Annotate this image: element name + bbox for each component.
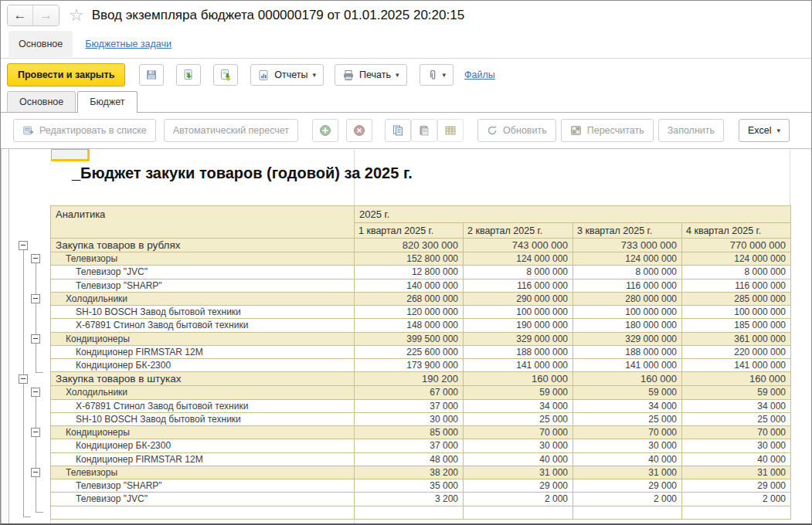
value-cell[interactable]: 59 000 bbox=[464, 386, 573, 399]
value-cell[interactable]: 29 000 bbox=[464, 479, 573, 493]
excel-button[interactable]: Excel ▾ bbox=[739, 119, 790, 142]
analytics-cell[interactable]: Телевизор "SHARP" bbox=[51, 279, 355, 292]
value-cell[interactable]: 85 000 bbox=[355, 426, 464, 439]
analytics-cell[interactable]: Телевизор "JVC" bbox=[51, 493, 355, 506]
value-cell[interactable]: 25 000 bbox=[682, 412, 791, 425]
value-cell[interactable]: 280 000 000 bbox=[573, 292, 682, 305]
value-cell[interactable]: 285 000 000 bbox=[682, 292, 791, 305]
value-cell[interactable]: 12 800 000 bbox=[355, 266, 464, 279]
year-header-cell[interactable]: 2025 г. bbox=[355, 206, 791, 223]
value-cell[interactable]: 141 000 000 bbox=[464, 359, 573, 372]
selected-cell[interactable] bbox=[51, 149, 90, 161]
value-cell[interactable]: 185 000 000 bbox=[682, 319, 791, 332]
empty-cell[interactable] bbox=[355, 506, 464, 519]
quarter-header-cell[interactable]: 4 квартал 2025 г. bbox=[682, 223, 791, 239]
recalculate-button[interactable]: Пересчитать bbox=[561, 119, 654, 142]
refresh-button[interactable]: Обновить bbox=[477, 119, 556, 142]
value-cell[interactable]: 70 000 bbox=[464, 426, 573, 439]
value-cell[interactable]: 34 000 bbox=[573, 399, 682, 412]
value-cell[interactable]: 70 000 bbox=[682, 426, 791, 439]
add-row-button[interactable] bbox=[312, 119, 338, 142]
value-cell[interactable]: 35 000 bbox=[355, 479, 464, 493]
save-button[interactable] bbox=[139, 64, 164, 86]
edit-in-list-button[interactable]: Редактировать в списке bbox=[13, 119, 156, 142]
value-cell[interactable]: 30 000 bbox=[573, 439, 682, 452]
post-and-update-button[interactable] bbox=[213, 64, 238, 86]
empty-cell[interactable] bbox=[682, 506, 791, 519]
value-cell[interactable]: 399 500 000 bbox=[355, 332, 464, 345]
analytics-header-cell[interactable]: Аналитика bbox=[51, 206, 355, 239]
analytics-cell[interactable]: Холодильники bbox=[51, 292, 355, 305]
value-cell[interactable]: 8 000 000 bbox=[464, 266, 573, 279]
value-cell[interactable]: 100 000 000 bbox=[682, 306, 791, 319]
value-cell[interactable]: 29 000 bbox=[573, 479, 682, 493]
favorite-star-icon[interactable]: ☆ bbox=[69, 5, 84, 25]
analytics-cell[interactable]: SH-10 BOSCH Завод бытовой техники bbox=[51, 412, 355, 425]
value-cell[interactable]: 116 000 000 bbox=[464, 279, 573, 292]
value-cell[interactable]: 40 000 bbox=[573, 452, 682, 466]
analytics-cell[interactable]: Кондиционер FIRMSTAR 12М bbox=[51, 452, 355, 466]
value-cell[interactable]: 25 000 bbox=[464, 412, 573, 425]
value-cell[interactable]: 34 000 bbox=[464, 399, 573, 412]
analytics-cell[interactable]: Телевизор "JVC" bbox=[51, 266, 355, 279]
empty-cell[interactable] bbox=[51, 506, 355, 519]
value-cell[interactable]: 180 000 000 bbox=[573, 319, 682, 332]
value-cell[interactable]: 152 800 000 bbox=[355, 252, 464, 266]
value-cell[interactable]: 329 000 000 bbox=[464, 332, 573, 345]
value-cell[interactable]: 743 000 000 bbox=[464, 239, 573, 252]
value-cell[interactable]: 37 000 bbox=[355, 439, 464, 452]
value-cell[interactable]: 100 000 000 bbox=[573, 306, 682, 319]
value-cell[interactable]: 70 000 bbox=[573, 426, 682, 439]
fill-button[interactable]: Заполнить bbox=[658, 119, 724, 142]
value-cell[interactable]: 40 000 bbox=[464, 452, 573, 466]
auto-recalc-button[interactable]: Автоматический пересчет bbox=[164, 119, 298, 142]
analytics-cell[interactable]: Холодильники bbox=[51, 386, 355, 399]
value-cell[interactable]: 8 000 000 bbox=[682, 266, 791, 279]
nav-tab-main[interactable]: Основное bbox=[8, 31, 73, 57]
value-cell[interactable]: 173 900 000 bbox=[355, 359, 464, 372]
value-cell[interactable]: 770 000 000 bbox=[682, 239, 791, 252]
analytics-cell[interactable]: Кондиционеры bbox=[51, 332, 355, 345]
value-cell[interactable]: 2 000 bbox=[682, 493, 791, 506]
value-cell[interactable]: 2 000 bbox=[464, 493, 573, 506]
nav-link-budget-tasks[interactable]: Бюджетные задачи bbox=[85, 39, 172, 49]
analytics-cell[interactable]: Х-67891 Стинол Завод бытовой техники bbox=[51, 399, 355, 412]
value-cell[interactable]: 3 200 bbox=[355, 493, 464, 506]
table-view-button[interactable] bbox=[437, 119, 464, 142]
post-document-button[interactable] bbox=[176, 64, 201, 86]
collapse-group-button[interactable] bbox=[31, 254, 40, 263]
empty-cell[interactable] bbox=[573, 506, 682, 519]
value-cell[interactable]: 100 000 000 bbox=[464, 306, 573, 319]
collapse-group-button[interactable] bbox=[31, 334, 40, 344]
value-cell[interactable]: 290 000 000 bbox=[464, 292, 573, 305]
value-cell[interactable]: 38 200 bbox=[355, 466, 464, 479]
value-cell[interactable]: 30 000 bbox=[464, 439, 573, 452]
analytics-cell[interactable]: Телевизоры bbox=[51, 252, 355, 266]
analytics-cell[interactable]: Кондиционер FIRMSTAR 12М bbox=[51, 345, 355, 358]
collapse-group-button[interactable] bbox=[19, 241, 28, 250]
value-cell[interactable]: 160 000 bbox=[682, 372, 791, 386]
value-cell[interactable]: 116 000 000 bbox=[682, 279, 791, 292]
value-cell[interactable]: 124 000 000 bbox=[464, 252, 573, 266]
value-cell[interactable]: 31 000 bbox=[464, 466, 573, 479]
collapse-group-button[interactable] bbox=[31, 294, 40, 303]
quarter-header-cell[interactable]: 1 квартал 2025 г. bbox=[355, 223, 464, 239]
value-cell[interactable]: 31 000 bbox=[573, 466, 682, 479]
value-cell[interactable]: 190 200 bbox=[355, 372, 464, 386]
value-cell[interactable]: 30 000 bbox=[682, 439, 791, 452]
value-cell[interactable]: 25 000 bbox=[573, 412, 682, 425]
value-cell[interactable]: 188 000 000 bbox=[464, 345, 573, 358]
value-cell[interactable]: 116 000 000 bbox=[573, 279, 682, 292]
collapse-group-button[interactable] bbox=[31, 428, 40, 437]
value-cell[interactable]: 124 000 000 bbox=[573, 252, 682, 266]
value-cell[interactable]: 329 000 000 bbox=[573, 332, 682, 345]
analytics-cell[interactable]: Кондиционер БК-2300 bbox=[51, 439, 355, 452]
value-cell[interactable]: 29 000 bbox=[682, 479, 791, 493]
value-cell[interactable]: 34 000 bbox=[682, 399, 791, 412]
value-cell[interactable]: 31 000 bbox=[682, 466, 791, 479]
value-cell[interactable]: 160 000 bbox=[464, 372, 573, 386]
files-link[interactable]: Файлы bbox=[464, 69, 495, 80]
reports-button[interactable]: Отчеты ▾ bbox=[250, 64, 324, 86]
copy-button[interactable] bbox=[385, 119, 411, 142]
value-cell[interactable]: 2 000 bbox=[573, 493, 682, 506]
